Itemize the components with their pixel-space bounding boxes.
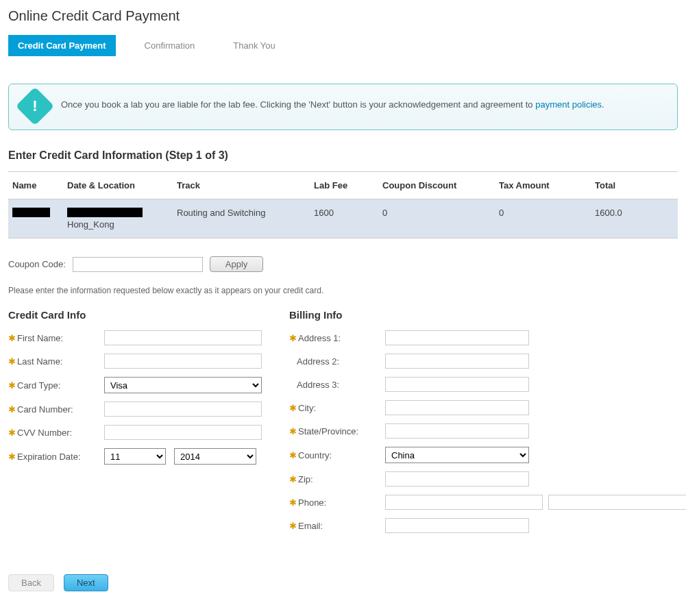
address2-label: Address 2: (289, 356, 385, 367)
phone-code-input[interactable] (385, 495, 543, 510)
card-type-label: ✱Card Type: (8, 380, 104, 391)
col-total: Total (591, 172, 678, 199)
redacted-name (12, 208, 50, 217)
cell-coupon-discount: 0 (378, 199, 495, 238)
cell-total: 1600.0 (591, 199, 678, 238)
cc-heading: Credit Card Info (8, 309, 262, 321)
exp-year-select[interactable]: 2014 (174, 448, 256, 465)
info-box: ! Once you book a lab you are liable for… (8, 84, 678, 130)
address1-label: ✱Address 1: (289, 333, 385, 343)
coupon-label: Coupon Code: (8, 259, 66, 269)
cvv-input[interactable] (104, 425, 262, 440)
country-select[interactable]: China (385, 447, 529, 463)
info-text-prefix: Once you book a lab you are liable for t… (61, 99, 535, 110)
first-name-label: ✱First Name: (8, 333, 104, 343)
tab-confirmation[interactable]: Confirmation (135, 35, 205, 56)
summary-table: Name Date & Location Track Lab Fee Coupo… (8, 171, 678, 238)
zip-input[interactable] (385, 471, 529, 486)
address2-input[interactable] (385, 354, 529, 369)
phone-label: ✱Phone: (289, 497, 385, 508)
col-coupon-discount: Coupon Discount (378, 172, 495, 199)
address3-label: Address 3: (289, 380, 385, 390)
exp-month-select[interactable]: 11 (104, 448, 166, 465)
last-name-input[interactable] (104, 354, 262, 369)
cell-track: Routing and Switching (173, 199, 310, 238)
credit-card-info-section: Credit Card Info ✱First Name: ✱Last Name… (8, 309, 262, 541)
state-label: ✱State/Province: (289, 426, 385, 436)
expiration-label: ✱Expiration Date: (8, 452, 104, 462)
card-type-select[interactable]: Visa (104, 377, 262, 393)
cvv-label: ✱CVV Number: (8, 428, 104, 438)
table-row: Hong_Kong Routing and Switching 1600 0 0… (8, 199, 678, 238)
last-name-label: ✱Last Name: (8, 356, 104, 367)
alert-icon: ! (21, 93, 49, 120)
back-button[interactable]: Back (8, 574, 54, 591)
state-input[interactable] (385, 423, 529, 439)
phone-number-input[interactable] (548, 495, 686, 510)
col-track: Track (173, 172, 310, 199)
country-label: ✱Country: (289, 450, 385, 460)
step-heading: Enter Credit Card Information (Step 1 of… (8, 149, 678, 162)
card-number-input[interactable] (104, 402, 262, 417)
address1-input[interactable] (385, 330, 529, 345)
tab-credit-card-payment[interactable]: Credit Card Payment (8, 35, 116, 56)
page-title: Online Credit Card Payment (8, 8, 678, 24)
redacted-date (67, 208, 143, 217)
next-button[interactable]: Next (64, 574, 108, 591)
payment-policies-link[interactable]: payment policies (535, 99, 602, 110)
hint-text: Please enter the information requested b… (8, 286, 678, 295)
col-lab-fee: Lab Fee (310, 172, 378, 199)
zip-label: ✱Zip: (289, 474, 385, 484)
cell-location: Hong_Kong (67, 219, 114, 230)
billing-heading: Billing Info (289, 309, 686, 321)
email-label: ✱Email: (289, 521, 385, 531)
button-row: Back Next (8, 574, 678, 591)
cell-lab-fee: 1600 (310, 199, 378, 238)
coupon-input[interactable] (73, 257, 203, 272)
apply-button[interactable]: Apply (210, 256, 264, 272)
col-name: Name (8, 172, 63, 199)
email-input[interactable] (385, 518, 529, 533)
tab-thank-you[interactable]: Thank You (223, 35, 284, 56)
billing-info-section: Billing Info ✱Address 1: Address 2: Addr… (289, 309, 686, 541)
city-label: ✱City: (289, 403, 385, 413)
coupon-row: Coupon Code: Apply (8, 256, 678, 272)
address3-input[interactable] (385, 377, 529, 392)
card-number-label: ✱Card Number: (8, 404, 104, 415)
info-text-suffix: . (602, 99, 604, 110)
col-date-location: Date & Location (63, 172, 173, 199)
info-text: Once you book a lab you are liable for t… (61, 94, 604, 112)
tab-bar: Credit Card Payment Confirmation Thank Y… (8, 35, 678, 56)
col-tax-amount: Tax Amount (495, 172, 591, 199)
cell-tax-amount: 0 (495, 199, 591, 238)
first-name-input[interactable] (104, 330, 262, 345)
city-input[interactable] (385, 400, 529, 415)
